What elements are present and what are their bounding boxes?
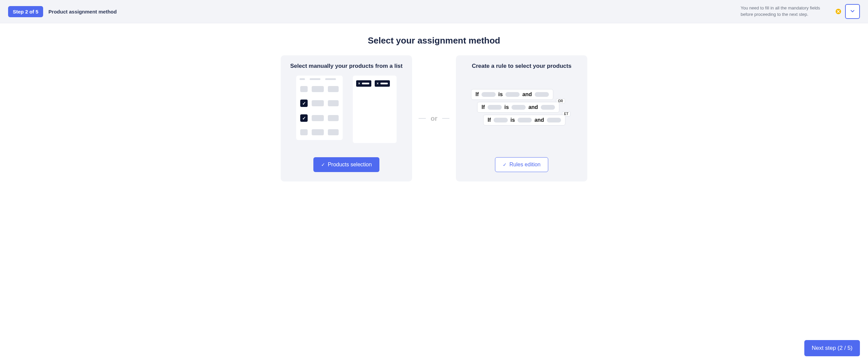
card-illustration: ✓ ✓ × × bbox=[288, 76, 405, 150]
warning-message: You need to fill in all the mandatory fi… bbox=[741, 5, 832, 18]
step-badge: Step 2 of 5 bbox=[8, 6, 43, 17]
warning-icon bbox=[836, 9, 841, 14]
selected-panel-illustration: × × bbox=[353, 76, 397, 143]
close-icon: × bbox=[358, 82, 360, 85]
card-rules-edition[interactable]: Create a rule to select your products If… bbox=[456, 55, 587, 182]
check-icon: ✓ bbox=[300, 114, 308, 122]
top-bar: Step 2 of 5 Product assignment method Yo… bbox=[0, 0, 868, 23]
top-bar-right: You need to fill in all the mandatory fi… bbox=[741, 4, 860, 19]
top-bar-left: Step 2 of 5 Product assignment method bbox=[8, 6, 117, 17]
cards-row: Select manually your products from a lis… bbox=[179, 55, 689, 182]
chevron-down-icon bbox=[849, 8, 856, 15]
card-title: Create a rule to select your products bbox=[472, 63, 571, 69]
products-selection-button[interactable]: ✓ Products selection bbox=[313, 157, 380, 172]
card-illustration: If is and OR If is and ET If is and bbox=[463, 76, 580, 150]
products-table-illustration: ✓ ✓ bbox=[296, 76, 343, 140]
main-content: Select your assignment method Select man… bbox=[171, 23, 697, 215]
button-label: Products selection bbox=[328, 162, 372, 168]
check-icon: ✓ bbox=[503, 162, 507, 167]
check-icon: ✓ bbox=[321, 162, 325, 167]
check-icon: ✓ bbox=[300, 100, 308, 107]
card-title: Select manually your products from a lis… bbox=[290, 63, 402, 69]
card-products-selection[interactable]: Select manually your products from a lis… bbox=[281, 55, 412, 182]
close-icon: × bbox=[377, 82, 379, 85]
rules-edition-button[interactable]: ✓ Rules edition bbox=[495, 157, 549, 172]
separator-label: or bbox=[431, 115, 437, 122]
step-title: Product assignment method bbox=[49, 9, 117, 15]
collapse-button[interactable] bbox=[845, 4, 860, 19]
page-heading: Select your assignment method bbox=[179, 35, 689, 46]
or-separator: or bbox=[412, 115, 456, 122]
button-label: Rules edition bbox=[509, 162, 541, 168]
